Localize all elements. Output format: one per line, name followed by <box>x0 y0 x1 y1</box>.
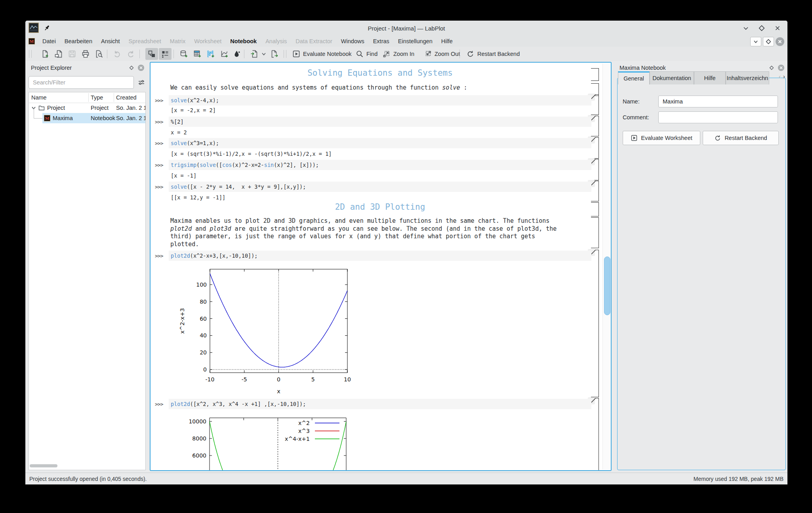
zoom-in-button[interactable]: Zoom In <box>380 48 417 60</box>
menubar: M DateiBearbeitenAnsichtSpreadsheetMatri… <box>25 36 787 47</box>
toolbar-handle-2[interactable] <box>284 50 286 58</box>
menu-datei[interactable]: Datei <box>38 36 60 47</box>
restart-backend-button-panel[interactable]: Restart Backend <box>703 131 779 145</box>
tab-dokumentation[interactable]: Dokumentation <box>650 71 694 84</box>
name-field[interactable] <box>658 96 778 107</box>
command-prompt: >>> <box>155 140 168 146</box>
tab-general[interactable]: General <box>618 71 650 84</box>
command-entry[interactable]: plot2d([x^2, x^3, x^4 -x +1] ,[x,-10,10]… <box>169 399 591 409</box>
svg-text:5: 5 <box>311 376 315 383</box>
menu-matrix[interactable]: Matrix <box>166 36 190 47</box>
close-icon[interactable] <box>773 24 782 33</box>
subwindow-restore-button[interactable] <box>763 37 774 46</box>
command-prompt: >>> <box>155 162 168 168</box>
command-entry[interactable]: %[2] <box>169 117 591 127</box>
maximize-icon[interactable] <box>757 24 766 33</box>
toggle-properties-explorer-button[interactable] <box>159 48 172 60</box>
menu-data-extractor[interactable]: Data Extractor <box>291 36 337 47</box>
filter-options-icon[interactable] <box>136 77 147 88</box>
notebook-heading[interactable]: 2D and 3D Plotting <box>169 202 591 212</box>
menu-notebook[interactable]: Notebook <box>226 36 261 47</box>
svg-text:60: 60 <box>200 316 207 322</box>
svg-text:x^4-x+1: x^4-x+1 <box>285 436 310 442</box>
print-preview-button[interactable] <box>93 48 105 60</box>
import-button[interactable] <box>248 48 261 60</box>
cell-bracket <box>591 137 599 159</box>
titlebar: Project - [Maxima] — LabPlot <box>25 21 787 36</box>
svg-text:20: 20 <box>200 349 207 356</box>
menu-einstellungen[interactable]: Einstellungen <box>394 36 437 47</box>
statusbar: Project successfully opened (in 0,405 se… <box>25 473 787 484</box>
notebook-text-cell[interactable]: We can easily solve equations and system… <box>170 84 467 92</box>
cell-bracket <box>591 250 599 397</box>
new-notebook-button[interactable] <box>231 48 243 60</box>
tabs-scroll-right-icon[interactable]: › <box>783 73 785 80</box>
column-header-created[interactable]: Created <box>116 92 137 103</box>
float-dock-icon[interactable] <box>127 63 136 73</box>
save-project-button[interactable] <box>66 48 78 60</box>
menu-hilfe[interactable]: Hilfe <box>437 36 457 47</box>
maxima-window-icon: M <box>29 38 35 44</box>
new-spreadsheet-button[interactable] <box>191 48 204 60</box>
comment-label: Comment: <box>623 114 658 121</box>
toolbar-handle[interactable] <box>29 50 32 58</box>
scrollbar-thumb[interactable] <box>604 256 610 315</box>
new-workbook-button[interactable] <box>177 48 190 60</box>
cell-bracket <box>591 94 599 115</box>
new-matrix-button[interactable] <box>204 48 217 60</box>
redo-button[interactable] <box>124 48 137 60</box>
subwindow-minimize-button[interactable] <box>750 37 761 46</box>
import-dropdown-button[interactable] <box>261 48 267 60</box>
column-header-type[interactable]: Type <box>91 92 103 103</box>
command-entry[interactable]: solve(x^2-4,x); <box>169 95 591 105</box>
svg-text:x^2-x+3: x^2-x+3 <box>179 308 185 334</box>
command-entry[interactable]: plot2d(x^2-x+3,[x,-10,10]); <box>169 251 591 261</box>
command-prompt: >>> <box>155 184 168 190</box>
cell-name: Project <box>47 103 65 113</box>
cell-bracket <box>591 159 599 180</box>
tab-inhaltsverzeichn[interactable]: Inhaltsverzeichn <box>726 71 769 84</box>
horizontal-scrollbar[interactable] <box>30 464 57 467</box>
evaluate-notebook-button[interactable]: Evaluate Notebook <box>290 48 354 60</box>
new-project-button[interactable] <box>39 48 51 60</box>
command-entry[interactable]: trigsimp(solve([cos(x)^2-x=2-sin(x)^2], … <box>169 160 591 170</box>
open-project-button[interactable] <box>52 48 65 60</box>
subwindow-close-button[interactable] <box>776 37 784 46</box>
export-button[interactable] <box>268 48 280 60</box>
menu-worksheet[interactable]: Worksheet <box>190 36 226 47</box>
find-button[interactable]: Find <box>353 48 380 60</box>
svg-text:4000: 4000 <box>192 469 206 470</box>
vertical-scrollbar[interactable] <box>602 63 611 469</box>
notebook-heading[interactable]: Solving Equations and Systems <box>169 68 591 78</box>
restart-backend-button[interactable]: Restart Backend <box>464 48 522 60</box>
tab-hilfe[interactable]: Hilfe <box>694 71 726 84</box>
new-worksheet-button[interactable] <box>218 48 231 60</box>
column-header-name[interactable]: Name <box>31 92 47 103</box>
close-dock-icon[interactable] <box>136 63 146 73</box>
menu-windows[interactable]: Windows <box>337 36 369 47</box>
menu-extras[interactable]: Extras <box>369 36 394 47</box>
svg-text:10: 10 <box>344 376 351 383</box>
undo-button[interactable] <box>111 48 124 60</box>
tabs-scroll-left-icon[interactable]: ‹ <box>779 73 781 80</box>
menu-spreadsheet[interactable]: Spreadsheet <box>124 36 166 47</box>
restart-backend-label: Restart Backend <box>477 51 520 57</box>
tree-row-project[interactable]: ProjectProjectSo. Jan. 2 18: <box>29 103 145 113</box>
menu-bearbeiten[interactable]: Bearbeiten <box>60 36 97 47</box>
command-output: [[x = 12,y = -1]] <box>171 194 225 201</box>
minimize-icon[interactable] <box>741 24 750 33</box>
toggle-project-explorer-button[interactable] <box>145 48 158 60</box>
cell-bracket <box>591 398 599 470</box>
svg-text:M: M <box>45 116 50 121</box>
menu-ansicht[interactable]: Ansicht <box>97 36 124 47</box>
menu-analysis[interactable]: Analysis <box>261 36 291 47</box>
evaluate-worksheet-button[interactable]: Evaluate Worksheet <box>623 131 700 145</box>
search-input[interactable]: Search/Filter <box>29 76 134 89</box>
tree-row-maxima[interactable]: MMaximaNotebookSo. Jan. 2 18: <box>29 113 145 123</box>
zoom-out-button[interactable]: Zoom Out <box>421 48 462 60</box>
command-entry[interactable]: solve([x - 2*y = 14, x + 3*y = 9],[x,y])… <box>169 182 591 192</box>
print-button[interactable] <box>79 48 92 60</box>
command-entry[interactable]: solve(x^3=1,x); <box>169 138 591 148</box>
comment-field[interactable] <box>658 111 778 123</box>
notebook-text-cell[interactable]: Maxima enables us to plot 2D and 3D grap… <box>170 217 557 248</box>
